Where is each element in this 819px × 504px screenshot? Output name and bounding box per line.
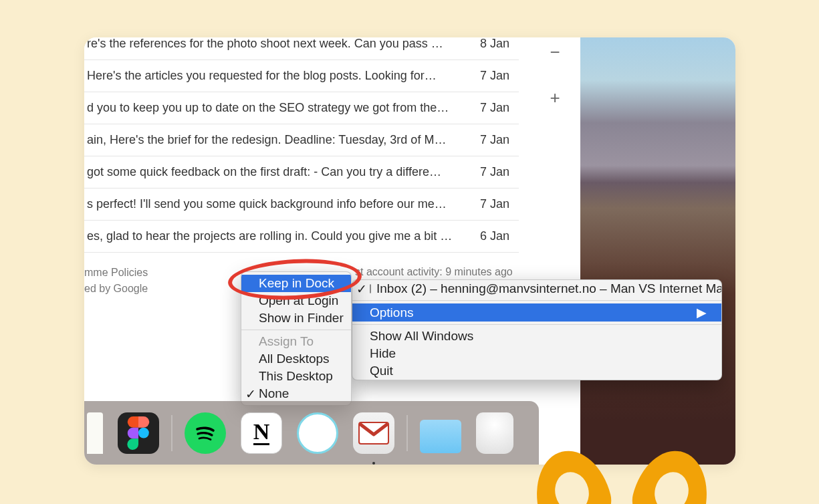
running-indicator-icon (372, 462, 375, 465)
zoom-controls: − + (532, 37, 579, 112)
check-icon: ✓ (245, 386, 256, 402)
email-row[interactable]: d you to keep you up to date on the SEO … (84, 92, 519, 124)
email-row[interactable]: s perfect! I'll send you some quick back… (84, 188, 519, 221)
email-date: 6 Jan (469, 229, 509, 243)
menu-label: Show All Windows (370, 329, 473, 344)
gmail-icon (358, 422, 389, 445)
dock-separator (406, 415, 408, 451)
powered-by-google: ed by Google (84, 281, 148, 297)
menu-label: Assign To (259, 334, 314, 349)
window-title-text: Inbox (2) – henning@manvsinternet.no – M… (376, 281, 722, 296)
email-preview: Here's the articles you requested for th… (87, 69, 469, 83)
dock: N (84, 401, 539, 465)
circle-app-icon[interactable] (297, 412, 338, 454)
gmail-footer: mme Policies ed by Google (84, 265, 148, 297)
menu-open-at-login[interactable]: Open at Login (241, 292, 351, 309)
email-preview: d you to keep you up to date on the SEO … (87, 101, 469, 115)
email-date: 7 Jan (469, 165, 509, 179)
gmail-app-icon[interactable] (353, 412, 394, 454)
downloads-folder-icon[interactable] (420, 420, 461, 453)
email-date: 8 Jan (469, 37, 509, 51)
email-preview: re's the references for the photo shoot … (87, 37, 469, 51)
menu-options[interactable]: Options ▶ (352, 303, 721, 322)
options-submenu: Keep in Dock Open at Login Show in Finde… (241, 271, 352, 406)
trash-icon[interactable] (476, 412, 513, 454)
email-row[interactable]: re's the references for the photo shoot … (84, 37, 519, 60)
menu-separator (352, 324, 721, 325)
menu-this-desktop[interactable]: This Desktop (241, 368, 351, 385)
check-icon: ✓ (356, 281, 367, 297)
submenu-arrow-icon: ▶ (674, 305, 707, 320)
menu-quit[interactable]: Quit (352, 362, 721, 380)
email-date: 7 Jan (469, 101, 509, 115)
menu-keep-in-dock[interactable]: Keep in Dock (241, 275, 351, 292)
email-row[interactable]: ain, Here's the brief for the redesign. … (84, 124, 519, 156)
menu-show-all-windows[interactable]: Show All Windows (352, 328, 721, 345)
spotify-app-icon[interactable] (185, 412, 226, 454)
menu-label: Hide (370, 346, 396, 361)
menu-label: Keep in Dock (259, 276, 334, 291)
menu-assign-to-header: Assign To (241, 333, 351, 350)
account-activity[interactable]: st account activity: 9 minutes ago (355, 266, 513, 278)
menu-all-desktops[interactable]: All Desktops (241, 350, 351, 368)
menu-label: Show in Finder (259, 311, 344, 326)
email-preview: got some quick feedback on the first dra… (87, 165, 469, 179)
email-row[interactable]: Here's the articles you requested for th… (84, 60, 519, 92)
notion-icon: N (253, 420, 270, 445)
notion-app-icon[interactable]: N (241, 412, 282, 454)
menu-options-label: Options (370, 305, 413, 320)
menu-separator (352, 300, 721, 301)
email-list: re's the references for the photo shoot … (84, 37, 519, 253)
dock-context-menu: ✓ Inbox (2) – henning@manvsinternet.no –… (352, 279, 722, 380)
menu-label: This Desktop (259, 369, 333, 384)
email-row[interactable]: es, glad to hear the projects are rollin… (84, 221, 519, 253)
menu-none[interactable]: ✓ None (241, 385, 351, 402)
zoom-out-button[interactable]: − (540, 37, 570, 67)
menu-window-title[interactable]: ✓ Inbox (2) – henning@manvsinternet.no –… (352, 280, 721, 297)
email-row[interactable]: got some quick feedback on the first dra… (84, 156, 519, 188)
figma-icon (127, 416, 150, 450)
menu-label: None (259, 386, 289, 401)
menu-show-in-finder[interactable]: Show in Finder (241, 309, 351, 327)
email-preview: ain, Here's the brief for the redesign. … (87, 133, 469, 147)
dock-separator (171, 415, 172, 451)
email-preview: es, glad to hear the projects are rollin… (87, 229, 469, 243)
email-date: 7 Jan (469, 197, 509, 211)
spotify-icon (192, 420, 219, 447)
desktop-wallpaper (580, 37, 735, 465)
figma-app-icon[interactable] (118, 412, 159, 454)
menu-separator (241, 330, 351, 330)
zoom-in-button[interactable]: + (540, 83, 570, 112)
svg-point-0 (138, 427, 149, 438)
menu-label: Open at Login (259, 293, 338, 308)
screenshot-window: − + re's the references for the photo sh… (84, 37, 735, 465)
menu-label: Quit (370, 364, 393, 378)
window-icon (370, 284, 371, 293)
programme-policies-link[interactable]: mme Policies (84, 265, 148, 281)
menu-label: All Desktops (259, 352, 330, 366)
email-date: 7 Jan (469, 133, 509, 147)
email-preview: s perfect! I'll send you some quick back… (87, 197, 469, 211)
menu-hide[interactable]: Hide (352, 345, 721, 362)
email-date: 7 Jan (469, 69, 509, 83)
notes-app-icon[interactable] (87, 412, 103, 454)
